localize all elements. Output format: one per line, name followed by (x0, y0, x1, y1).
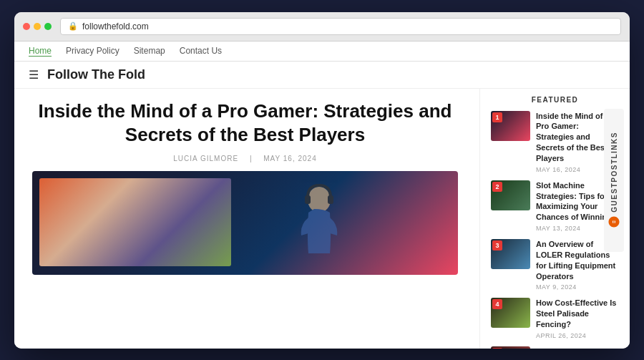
minimize-dot[interactable] (34, 23, 41, 30)
article-meta: LUCIA GILMORE | MAY 16, 2024 (32, 155, 458, 162)
article-image (32, 171, 458, 275)
featured-thumb-1: 1 (491, 111, 530, 141)
monitor-glow (39, 178, 231, 266)
lock-icon: 🔒 (68, 21, 78, 31)
featured-thumb-3: 3 (491, 239, 530, 269)
featured-num-3: 3 (492, 240, 502, 250)
browser-dots (23, 23, 52, 30)
featured-thumb-5: 5 (491, 346, 530, 349)
website-content: Home Privacy Policy Sitemap Contact Us ☰… (14, 42, 630, 349)
nav-sitemap[interactable]: Sitemap (134, 46, 165, 56)
featured-thumb-4: 4 (491, 298, 530, 328)
featured-num-1: 1 (492, 112, 502, 122)
url-text: followthefold.com (82, 21, 149, 31)
article-date: MAY 16, 2024 (263, 155, 316, 162)
featured-date-3: MAY 9, 2024 (536, 283, 619, 291)
site-header: ☰ Follow The Fold (14, 62, 630, 89)
featured-date-4: APRIL 26, 2024 (536, 332, 619, 339)
featured-num-5: 5 (492, 348, 502, 349)
article-author: LUCIA GILMORE (173, 155, 238, 162)
article-area: Inside the Mind of a Pro Gamer: Strategi… (14, 89, 479, 349)
nav-privacy[interactable]: Privacy Policy (66, 46, 119, 56)
main-layout: Inside the Mind of a Pro Gamer: Strategi… (14, 89, 630, 349)
site-nav: Home Privacy Policy Sitemap Contact Us (14, 42, 630, 62)
nav-home[interactable]: Home (29, 46, 52, 57)
gamer-silhouette (287, 182, 351, 275)
featured-item-5[interactable]: 5 Nightlife in Geneva 2024: A Guys Guide… (491, 346, 619, 349)
guestpostlinks-banner[interactable]: GUESTPOSTLINKS (604, 109, 624, 252)
featured-num-2: 2 (492, 182, 502, 192)
svg-rect-2 (328, 195, 333, 204)
svg-point-0 (308, 187, 331, 213)
featured-thumb-2: 2 (491, 180, 530, 210)
featured-item-4[interactable]: 4 How Cost-Effective Is Steel Palisade F… (491, 298, 619, 339)
featured-num-4: 4 (492, 299, 502, 309)
featured-title-4: How Cost-Effective Is Steel Palisade Fen… (536, 298, 619, 330)
close-dot[interactable] (23, 23, 30, 30)
sidebar-featured-label: FEATURED (491, 96, 619, 104)
meta-separator: | (250, 155, 253, 162)
banner-text: GUESTPOSTLINKS (610, 132, 618, 213)
article-title: Inside the Mind of a Pro Gamer: Strategi… (32, 99, 458, 148)
featured-title-5: Nightlife in Geneva 2024: A Guys Guide t… (536, 346, 619, 349)
browser-window: 🔒 followthefold.com Home Privacy Policy … (14, 12, 630, 349)
address-bar[interactable]: 🔒 followthefold.com (60, 18, 621, 35)
maximize-dot[interactable] (44, 23, 52, 30)
featured-item-2[interactable]: 2 Slot Machine Strategies: Tips for Maxi… (491, 180, 619, 232)
featured-item-1[interactable]: 1 Inside the Mind of a Pro Gamer: Strate… (491, 111, 619, 173)
browser-titlebar: 🔒 followthefold.com (14, 12, 630, 42)
svg-rect-1 (305, 195, 311, 204)
featured-item-3[interactable]: 3 An Overview of LOLER Regulations for L… (491, 239, 619, 291)
banner-logo (608, 215, 620, 228)
hamburger-icon[interactable]: ☰ (29, 68, 39, 82)
site-title: Follow The Fold (47, 67, 145, 82)
nav-contact[interactable]: Contact Us (180, 46, 222, 56)
